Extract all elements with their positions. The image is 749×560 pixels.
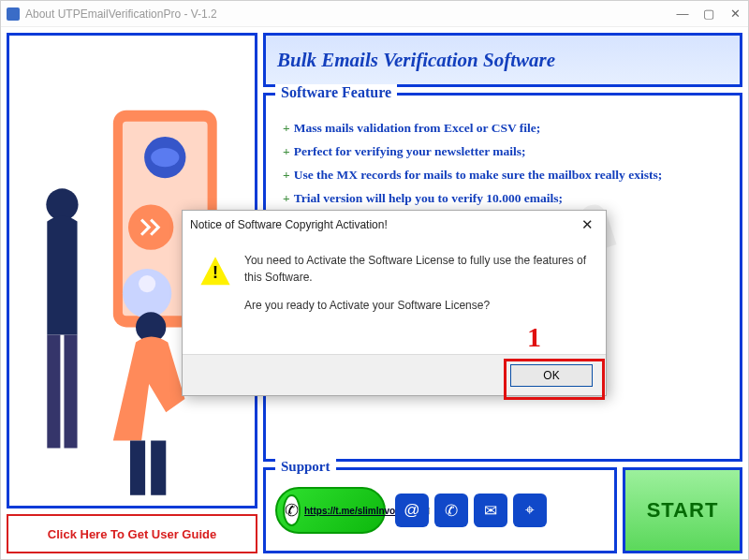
ok-button[interactable]: OK <box>510 364 593 387</box>
svg-point-5 <box>139 275 155 292</box>
window-title: About UTPEmailVerificationPro - V-1.2 <box>25 7 675 21</box>
location-icon[interactable]: ⌖ <box>513 494 547 527</box>
feature-item: +Perfect for verifying your newsletter m… <box>283 144 727 159</box>
dialog-line2: Are you ready to Activate your Software … <box>244 297 589 314</box>
dialog-close-button[interactable]: ✕ <box>576 216 598 233</box>
titlebar: About UTPEmailVerificationPro - V-1.2 — … <box>1 1 748 27</box>
warning-icon <box>199 256 231 287</box>
window-controls: — ▢ ✕ <box>675 7 742 22</box>
start-label: START <box>647 498 719 523</box>
feature-item: +Trial version will help you to verify 1… <box>283 191 727 206</box>
close-window-button[interactable]: ✕ <box>727 7 742 22</box>
activation-dialog: Notice of Software Copyright Activation!… <box>182 210 607 396</box>
start-button[interactable]: START <box>623 467 742 553</box>
dialog-message: You need to Activate the Software Licens… <box>244 252 589 346</box>
at-icon[interactable]: @ <box>395 494 429 527</box>
product-title: Bulk Emails Verification Software <box>277 49 555 72</box>
dialog-footer: OK <box>183 354 606 395</box>
dialog-titlebar: Notice of Software Copyright Activation!… <box>183 211 606 239</box>
mail-icon[interactable]: ✉ <box>474 494 507 527</box>
user-guide-label: Click Here To Get User Guide <box>48 527 216 541</box>
user-guide-button[interactable]: Click Here To Get User Guide <box>7 514 257 553</box>
feature-item: +Mass mails validation from Excel or CSV… <box>283 121 727 136</box>
contact-icons: @ ✆ ✉ ⌖ <box>395 494 547 527</box>
minimize-button[interactable]: — <box>675 7 690 22</box>
dialog-line1: You need to Activate the Software Licens… <box>244 252 589 286</box>
features-legend: Software Feature <box>275 84 397 101</box>
whatsapp-icon: ✆ <box>283 494 301 526</box>
feature-item: +Use the MX records for mails to make su… <box>283 168 727 183</box>
bottom-row: Support ✆ https://t.me/slimInvoices ☜ @ … <box>263 467 742 553</box>
support-panel: Support ✆ https://t.me/slimInvoices ☜ @ … <box>263 467 617 553</box>
dialog-title-text: Notice of Software Copyright Activation! <box>190 218 576 231</box>
telegram-link[interactable]: ✆ https://t.me/slimInvoices ☜ <box>275 487 386 534</box>
dialog-body: You need to Activate the Software Licens… <box>183 239 606 354</box>
product-title-panel: Bulk Emails Verification Software <box>263 33 742 87</box>
support-legend: Support <box>275 459 336 475</box>
maximize-button[interactable]: ▢ <box>701 7 716 22</box>
app-icon <box>7 7 20 21</box>
phone-icon[interactable]: ✆ <box>434 494 468 527</box>
svg-point-6 <box>46 188 78 220</box>
